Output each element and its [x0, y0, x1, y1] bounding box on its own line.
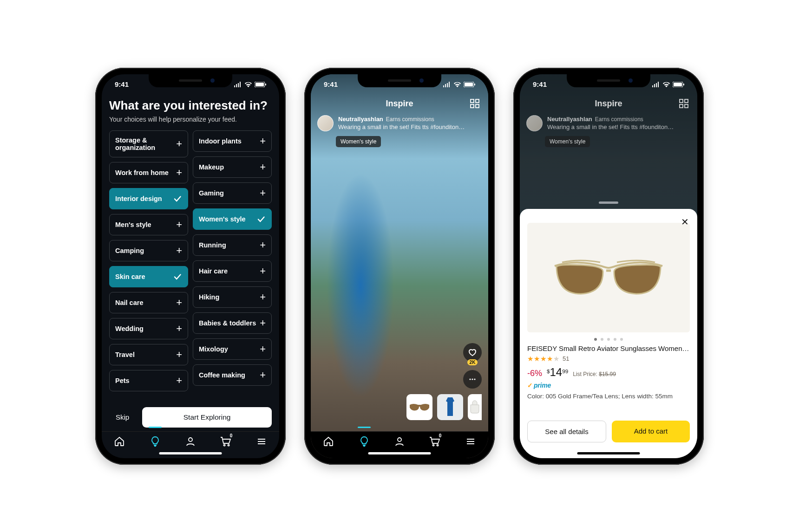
- page-title: What are you interested in?: [109, 98, 272, 113]
- grid-view-icon[interactable]: [679, 98, 689, 110]
- interest-chip[interactable]: Camping+: [109, 240, 188, 261]
- see-details-button[interactable]: See all details: [527, 421, 606, 442]
- svg-rect-20: [674, 83, 682, 86]
- post-caption: Wearing a small in the set! Fits tts #fo…: [338, 123, 465, 131]
- interest-chip[interactable]: Nail care+: [109, 292, 188, 313]
- nav-home[interactable]: [318, 431, 339, 452]
- interest-chip[interactable]: Storage & organization+: [109, 130, 188, 157]
- earns-badge: Earns commissions: [386, 116, 434, 123]
- chip-label: Running: [199, 241, 226, 249]
- nav-home[interactable]: [109, 431, 130, 452]
- add-to-cart-button[interactable]: Add to cart: [612, 421, 690, 442]
- plus-icon: +: [176, 324, 182, 334]
- interest-chip[interactable]: Indoor plants+: [193, 130, 272, 152]
- product-thumb-outfit[interactable]: [437, 394, 463, 420]
- chip-label: Interior design: [115, 195, 162, 202]
- close-icon[interactable]: ✕: [678, 214, 692, 230]
- interest-chip[interactable]: Interior design: [109, 188, 188, 209]
- grid-view-icon[interactable]: [470, 98, 480, 110]
- svg-rect-23: [685, 99, 688, 103]
- author-name: Neutrallyashlan: [547, 116, 592, 123]
- plus-icon: +: [176, 376, 182, 386]
- interest-chip[interactable]: Mixology+: [193, 338, 272, 360]
- image-pager-dots[interactable]: [527, 338, 690, 341]
- sheet-handle[interactable]: [599, 201, 618, 204]
- svg-point-18: [437, 444, 439, 446]
- nav-menu[interactable]: [251, 431, 272, 452]
- earns-badge: Earns commissions: [595, 116, 643, 123]
- discount-percent: -6%: [527, 369, 542, 378]
- interest-chip[interactable]: Coffee making+: [193, 364, 272, 386]
- svg-rect-11: [471, 104, 474, 108]
- svg-point-5: [228, 444, 229, 446]
- svg-point-4: [224, 444, 225, 446]
- cart-count: 0: [439, 433, 442, 438]
- chip-label: Pets: [115, 377, 130, 384]
- avatar[interactable]: [317, 115, 334, 131]
- interest-chip[interactable]: Pets+: [109, 370, 188, 391]
- like-button[interactable]: 2K: [463, 343, 482, 362]
- interest-chip[interactable]: Babies & toddlers+: [193, 312, 272, 334]
- post-author-row[interactable]: NeutrallyashlanEarns commissions Wearing…: [311, 113, 488, 133]
- product-bottom-sheet: ✕ FEISEDY Small Retro Aviator Sunglasses…: [520, 209, 697, 458]
- svg-point-14: [472, 378, 473, 380]
- plus-icon: +: [176, 168, 182, 178]
- nav-inspire[interactable]: [145, 431, 165, 452]
- nav-menu[interactable]: [460, 431, 481, 452]
- plus-icon: +: [176, 298, 182, 308]
- chip-label: Mixology: [199, 345, 228, 353]
- chip-label: Gaming: [199, 189, 224, 197]
- interest-chip[interactable]: Makeup+: [193, 156, 272, 178]
- svg-rect-12: [476, 104, 479, 108]
- nav-cart[interactable]: 0: [425, 431, 445, 452]
- interest-chip[interactable]: Wedding+: [109, 318, 188, 339]
- skip-button[interactable]: Skip: [109, 409, 136, 426]
- product-title[interactable]: FEISEDY Small Retro Aviator Sunglasses W…: [527, 344, 690, 352]
- svg-rect-9: [471, 99, 474, 103]
- category-tag[interactable]: Women's style: [336, 136, 381, 147]
- chip-label: Storage & organization: [115, 136, 176, 151]
- plus-icon: +: [260, 370, 266, 380]
- interest-chip[interactable]: Running+: [193, 234, 272, 256]
- rating-row[interactable]: ★★★★★ 51: [527, 355, 690, 363]
- interest-chip[interactable]: Skin care: [109, 266, 188, 287]
- post-caption: Wearing a small in the set! Fits tts #fo…: [547, 123, 674, 131]
- chip-label: Makeup: [199, 163, 224, 171]
- product-thumb-bag[interactable]: [468, 394, 482, 420]
- phone-interests: 9:41 What are you interested in? Your ch…: [95, 68, 286, 465]
- chip-label: Camping: [115, 247, 144, 254]
- chip-label: Travel: [115, 351, 135, 358]
- plus-icon: +: [260, 292, 266, 302]
- check-icon: [173, 194, 182, 203]
- interest-chip[interactable]: Women's style: [193, 208, 272, 230]
- svg-rect-10: [476, 99, 479, 103]
- start-exploring-button[interactable]: Start Exploring: [142, 407, 272, 428]
- chip-label: Wedding: [115, 325, 144, 332]
- more-button[interactable]: [463, 370, 482, 389]
- interest-chip[interactable]: Travel+: [109, 344, 188, 365]
- svg-rect-2: [265, 84, 266, 85]
- screen-title: Inspire: [386, 99, 413, 109]
- chip-label: Hair care: [199, 267, 228, 275]
- cart-count: 0: [230, 433, 233, 438]
- nav-profile[interactable]: [389, 431, 410, 452]
- interest-chip[interactable]: Hiking+: [193, 286, 272, 308]
- product-thumb-sunglasses[interactable]: [406, 394, 432, 420]
- plus-icon: +: [176, 220, 182, 230]
- phone-product-sheet: 9:41 Inspire NeutrallyashlanEarns commis…: [513, 68, 704, 465]
- list-price: List Price: $15.99: [573, 371, 616, 377]
- interest-chip[interactable]: Work from home+: [109, 162, 188, 183]
- nav-cart[interactable]: 0: [216, 431, 236, 452]
- prime-badge: ✓prime: [527, 382, 690, 389]
- status-time: 9:41: [324, 80, 338, 88]
- phone-inspire-feed: 9:41 Inspire NeutrallyashlanEarns commis…: [304, 68, 495, 465]
- interest-chip[interactable]: Gaming+: [193, 182, 272, 204]
- interest-chip[interactable]: Hair care+: [193, 260, 272, 282]
- plus-icon: +: [176, 350, 182, 360]
- avatar: [526, 115, 543, 131]
- nav-inspire[interactable]: [354, 431, 374, 452]
- svg-rect-8: [474, 84, 475, 85]
- nav-profile[interactable]: [180, 431, 201, 452]
- product-image[interactable]: [527, 223, 690, 332]
- interest-chip[interactable]: Men's style+: [109, 214, 188, 235]
